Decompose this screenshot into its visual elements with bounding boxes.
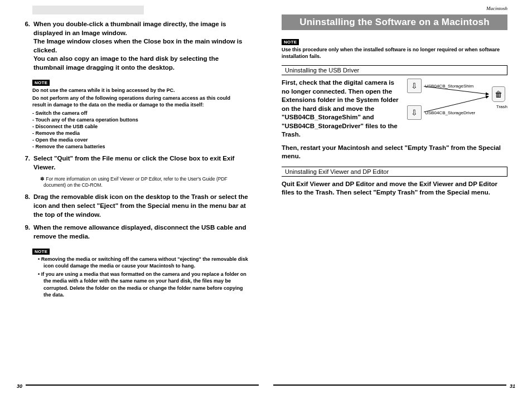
exif-instructions: Quit Exif Viewer and DP Editor and move … — [282, 180, 507, 197]
footer-rule — [273, 385, 506, 386]
note-bullet: - Open the media cover — [32, 137, 248, 143]
section-header-usb: Uninstalling the USB Driver — [282, 65, 507, 75]
note-text: Use this procedure only when the install… — [282, 46, 503, 60]
footer-rule — [26, 385, 259, 386]
file-icon: ⇩ — [407, 105, 422, 120]
left-page: 6. When you double-click a thumbnail ima… — [6, 0, 259, 388]
svg-line-0 — [424, 86, 489, 94]
item-number: 8. — [22, 193, 33, 219]
page-number-left: 30 — [17, 383, 22, 389]
note-badge: NOTE — [32, 80, 50, 86]
note-bullet: • Removing the media or switching off th… — [38, 256, 248, 269]
section-header-exif: Uninstalling Exif Viewer and DP Editor — [282, 167, 507, 177]
usb-restart-text: Then, restart your Macintosh and select … — [282, 144, 507, 161]
item-text: Drag the removable disk icon on the desk… — [33, 193, 248, 219]
note-badge: NOTE — [32, 249, 50, 255]
note-bullet: - Remove the media — [32, 130, 248, 137]
note-bullet: - Switch the camera off — [32, 110, 248, 116]
usb-section: First, check that the digital camera is … — [282, 79, 507, 144]
right-page: Macintosh Uninstalling the Software on a… — [270, 0, 524, 388]
note-badge: NOTE — [282, 39, 299, 45]
note-bullet: - Touch any of the camera operation butt… — [32, 116, 248, 123]
page-number-right: 31 — [510, 383, 515, 389]
gray-header-box — [32, 6, 144, 14]
usb-diagram: ⇩ USB04CB_StorageShim ⇩ USB04CB_StorageD… — [407, 79, 507, 140]
note-bullet: - Remove the camera batteries — [32, 143, 248, 150]
item-text: Select "Quit" from the File menu or clic… — [33, 154, 248, 172]
list-item-6: 6. When you double-click a thumbnail ima… — [22, 20, 248, 72]
note-bullet: - Disconnect the USB cable — [32, 123, 248, 130]
header-macintosh: Macintosh — [282, 6, 507, 11]
note-text: Do not use the camera while it is being … — [32, 87, 244, 94]
item-number: 6. — [22, 20, 33, 72]
footnote: ✽ For more information on using Exif Vie… — [40, 176, 248, 188]
note-bullet: • If you are using a media that was form… — [38, 271, 248, 298]
page-title: Uninstalling the Software on a Macintosh — [282, 14, 507, 30]
trash-label: Trash — [496, 104, 507, 109]
item-text: When the remove allowance displayed, dis… — [33, 223, 248, 241]
usb-instructions: First, check that the digital camera is … — [282, 79, 402, 139]
item-text: When you double-click a thumbnail image … — [33, 20, 248, 72]
note-text: Do not perform any of the following oper… — [32, 95, 244, 108]
item-number: 7. — [22, 154, 33, 172]
arrow-icon — [423, 84, 495, 118]
list-item-9: 9. When the remove allowance displayed, … — [22, 223, 248, 241]
list-item-7: 7. Select "Quit" from the File menu or c… — [22, 154, 248, 172]
file-icon: ⇩ — [407, 79, 422, 93]
list-item-8: 8. Drag the removable disk icon on the d… — [22, 193, 248, 219]
svg-line-1 — [424, 96, 489, 112]
item-number: 9. — [22, 223, 33, 241]
